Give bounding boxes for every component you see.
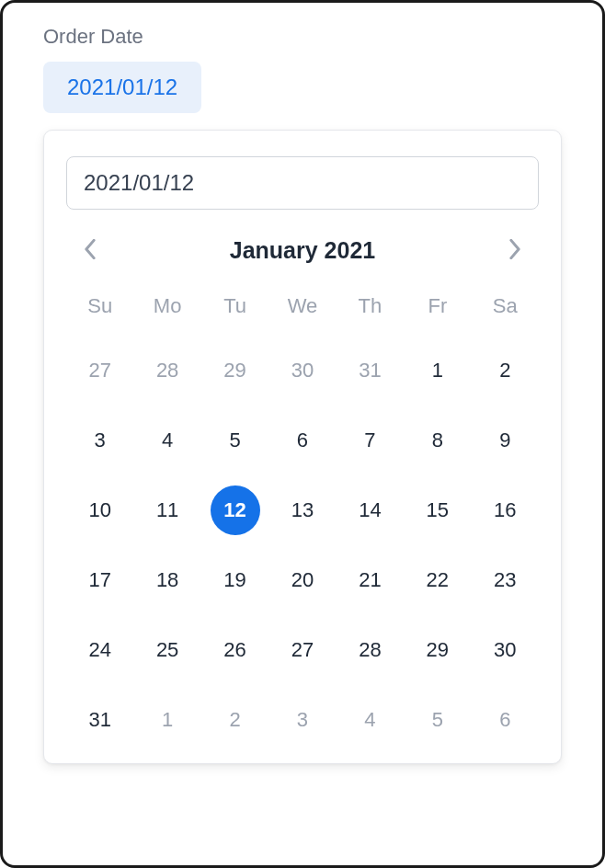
day-number: 5 [211, 416, 260, 465]
day-cell[interactable]: 5 [404, 695, 471, 745]
day-cell[interactable]: 7 [337, 416, 404, 465]
day-cell[interactable]: 31 [66, 695, 133, 745]
day-number: 7 [345, 416, 394, 465]
day-number: 16 [480, 485, 530, 535]
prev-month-button[interactable] [74, 234, 107, 267]
day-number: 17 [75, 555, 125, 605]
day-number: 3 [278, 695, 327, 745]
day-number: 1 [413, 346, 462, 395]
day-number: 6 [278, 416, 327, 465]
weekday-header: Mo [133, 294, 200, 326]
day-number: 6 [480, 695, 530, 745]
day-cell[interactable]: 9 [472, 416, 539, 465]
day-cell[interactable]: 5 [201, 416, 268, 465]
day-number: 9 [480, 416, 530, 465]
day-cell[interactable]: 24 [66, 625, 133, 675]
day-cell[interactable]: 15 [404, 485, 471, 535]
day-cell[interactable]: 6 [472, 695, 539, 745]
day-number: 31 [75, 695, 125, 745]
day-number: 29 [413, 625, 462, 675]
day-number: 31 [345, 346, 394, 395]
selected-date-chip[interactable]: 2021/01/12 [43, 62, 201, 113]
day-cell[interactable]: 14 [337, 485, 404, 535]
day-number: 28 [143, 346, 192, 395]
day-number: 8 [413, 416, 462, 465]
day-cell[interactable]: 16 [472, 485, 539, 535]
day-cell[interactable]: 30 [268, 346, 336, 395]
day-cell[interactable]: 1 [133, 695, 200, 745]
day-cell[interactable]: 4 [133, 416, 200, 465]
day-cell[interactable]: 3 [66, 416, 133, 465]
day-cell[interactable]: 19 [201, 555, 268, 605]
day-number: 12 [211, 485, 260, 535]
day-cell[interactable]: 2 [472, 346, 539, 395]
day-number: 26 [211, 625, 260, 675]
day-number: 22 [413, 555, 462, 605]
weekday-header: Fr [404, 294, 471, 326]
weekday-header: Sa [472, 294, 539, 326]
day-number: 29 [211, 346, 260, 395]
date-input[interactable] [66, 156, 539, 210]
day-cell[interactable]: 26 [201, 625, 268, 675]
day-cell[interactable]: 1 [404, 346, 471, 395]
app-frame: Order Date 2021/01/12 January 2021 [0, 0, 605, 868]
next-month-button[interactable] [498, 234, 531, 267]
day-number: 11 [143, 485, 192, 535]
day-number: 4 [143, 416, 192, 465]
day-cell[interactable]: 22 [404, 555, 471, 605]
day-cell[interactable]: 27 [268, 625, 336, 675]
chevron-left-icon [84, 239, 97, 262]
month-nav: January 2021 [66, 234, 539, 267]
day-cell[interactable]: 20 [268, 555, 336, 605]
month-label: January 2021 [107, 237, 498, 264]
day-number: 2 [211, 695, 260, 745]
day-number: 1 [143, 695, 192, 745]
day-cell[interactable]: 29 [201, 346, 268, 395]
day-cell[interactable]: 21 [337, 555, 404, 605]
day-number: 30 [480, 625, 530, 675]
day-cell[interactable]: 6 [268, 416, 336, 465]
chevron-right-icon [508, 239, 521, 262]
day-cell[interactable]: 29 [404, 625, 471, 675]
weekday-header: Tu [201, 294, 268, 326]
header-area: Order Date 2021/01/12 [3, 3, 602, 113]
day-cell[interactable]: 11 [133, 485, 200, 535]
day-number: 27 [278, 625, 327, 675]
day-number: 30 [278, 346, 327, 395]
day-number: 21 [345, 555, 394, 605]
day-number: 18 [143, 555, 192, 605]
day-number: 19 [211, 555, 260, 605]
calendar-popup: January 2021 SuMoTuWeThFrSa2728293031123… [43, 130, 562, 764]
day-cell[interactable]: 30 [472, 625, 539, 675]
day-number: 28 [345, 625, 394, 675]
day-number: 4 [345, 695, 394, 745]
day-number: 3 [75, 416, 125, 465]
weekday-header: Su [66, 294, 133, 326]
day-cell[interactable]: 8 [404, 416, 471, 465]
day-number: 25 [143, 625, 192, 675]
day-cell[interactable]: 10 [66, 485, 133, 535]
day-cell[interactable]: 31 [337, 346, 404, 395]
field-label: Order Date [43, 25, 562, 49]
day-number: 14 [345, 485, 394, 535]
day-cell[interactable]: 4 [337, 695, 404, 745]
day-cell[interactable]: 3 [268, 695, 336, 745]
day-number: 10 [75, 485, 125, 535]
day-cell[interactable]: 28 [133, 346, 200, 395]
day-number: 2 [480, 346, 530, 395]
day-cell[interactable]: 12 [201, 485, 268, 535]
day-cell[interactable]: 28 [337, 625, 404, 675]
day-number: 13 [278, 485, 327, 535]
day-cell[interactable]: 2 [201, 695, 268, 745]
day-number: 23 [480, 555, 530, 605]
day-cell[interactable]: 18 [133, 555, 200, 605]
day-number: 24 [75, 625, 125, 675]
day-number: 15 [413, 485, 462, 535]
day-cell[interactable]: 13 [268, 485, 336, 535]
calendar-grid: SuMoTuWeThFrSa27282930311234567891011121… [66, 294, 539, 745]
day-cell[interactable]: 17 [66, 555, 133, 605]
day-cell[interactable]: 27 [66, 346, 133, 395]
day-number: 27 [75, 346, 125, 395]
day-cell[interactable]: 25 [133, 625, 200, 675]
day-cell[interactable]: 23 [472, 555, 539, 605]
